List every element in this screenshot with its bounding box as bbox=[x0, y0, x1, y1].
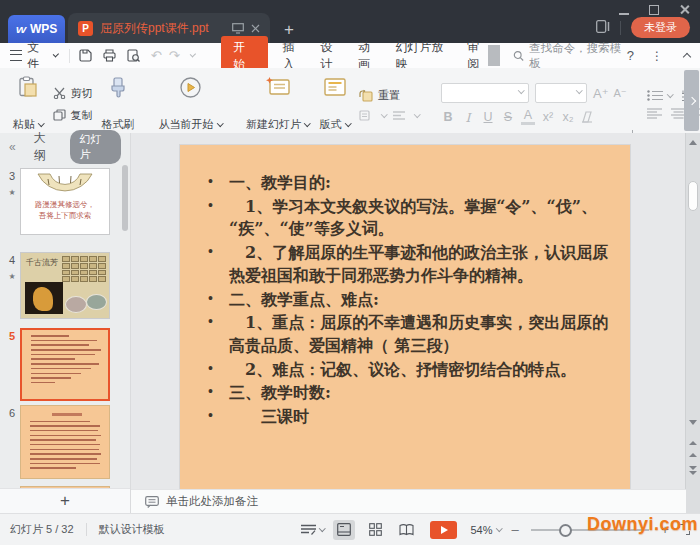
present-screen-icon[interactable] bbox=[232, 23, 244, 34]
slide-sorter-view-button[interactable] bbox=[364, 520, 386, 540]
slide-nav-buttons bbox=[686, 420, 700, 475]
account-area: 未登录 bbox=[596, 17, 690, 38]
panel-header: « 大纲 幻灯片 bbox=[0, 133, 130, 160]
mock-text bbox=[22, 330, 108, 383]
thumb3-caption-line2: 吾将上下而求索 bbox=[21, 210, 109, 221]
slide-thumbnail-4[interactable]: 千古流芳 bbox=[20, 252, 110, 319]
print-preview-icon[interactable] bbox=[127, 49, 140, 62]
slide-bullet-row: •二、教学重点、难点: bbox=[208, 289, 614, 312]
print-icon[interactable] bbox=[103, 49, 116, 62]
thumb3-caption-line1: 路漫漫其修远兮， bbox=[21, 199, 109, 210]
wps-logo-icon: W bbox=[16, 24, 26, 35]
notes-icon bbox=[145, 496, 159, 508]
superscript-button[interactable]: x² bbox=[541, 110, 555, 124]
thumb4-title: 千古流芳 bbox=[26, 257, 58, 268]
subscript-button[interactable]: x₂ bbox=[561, 110, 575, 124]
undo-icon[interactable]: ↶ bbox=[151, 49, 162, 62]
new-tab-button[interactable]: + bbox=[284, 21, 294, 38]
add-slide-button[interactable]: + bbox=[0, 488, 130, 513]
collapse-panel-icon[interactable]: « bbox=[9, 140, 16, 154]
more-icon[interactable]: ⋮ bbox=[651, 49, 663, 63]
slide-edit-area: •一、教学目的: • 1、学习本文夹叙夹议的写法。掌握“令”、“伐”、“疾”、“… bbox=[131, 133, 700, 513]
reading-view-button[interactable] bbox=[395, 520, 417, 540]
divider bbox=[86, 523, 87, 536]
login-button[interactable]: 未登录 bbox=[631, 17, 690, 38]
reset-button[interactable]: 重置 bbox=[359, 88, 419, 103]
tab-outline[interactable]: 大纲 bbox=[34, 130, 57, 164]
font-group: A⁺ A⁻ B I U S A x² x₂ bbox=[437, 72, 631, 136]
font-color-button[interactable]: A bbox=[521, 109, 535, 125]
clear-format-icon[interactable] bbox=[581, 111, 594, 123]
bullet-icon: • bbox=[208, 406, 229, 429]
maximize-icon[interactable] bbox=[649, 5, 659, 15]
notes-bar[interactable]: 单击此处添加备注 bbox=[131, 489, 686, 513]
help-icon[interactable]: ? bbox=[627, 48, 634, 63]
copy-button[interactable]: 复制 bbox=[53, 108, 93, 123]
align-left-icon[interactable] bbox=[647, 108, 662, 119]
collapse-ribbon-icon[interactable] bbox=[683, 53, 691, 61]
play-from-current-button[interactable]: 从当前开始 bbox=[154, 72, 228, 136]
paste-button[interactable]: 粘贴 bbox=[8, 72, 49, 136]
hamburger-icon[interactable] bbox=[10, 50, 22, 61]
mock-text bbox=[21, 406, 109, 469]
chevron-down-icon bbox=[304, 120, 310, 126]
panel-scrollbar-thumb[interactable] bbox=[122, 165, 128, 231]
zoom-slider-handle[interactable] bbox=[559, 524, 572, 537]
oval-photo bbox=[65, 296, 87, 313]
slide-thumbnail-3[interactable]: 路漫漫其修远兮， 吾将上下而求索 bbox=[20, 168, 110, 235]
task-pane-toggle[interactable] bbox=[684, 70, 699, 131]
layout-button[interactable]: 版式 bbox=[315, 72, 356, 136]
menu-right-icons: ? ⋮ bbox=[627, 48, 690, 63]
normal-view-button[interactable] bbox=[333, 520, 355, 540]
slide-number: 5 bbox=[4, 330, 20, 342]
new-slide-button[interactable]: 新建幻灯片 bbox=[241, 72, 315, 136]
close-window-icon[interactable] bbox=[679, 4, 690, 15]
template-name[interactable]: 默认设计模板 bbox=[99, 522, 165, 537]
bold-button[interactable]: B bbox=[441, 110, 455, 124]
chevron-down-icon[interactable] bbox=[190, 51, 196, 57]
clipboard-icon bbox=[18, 76, 39, 98]
font-name-combobox[interactable] bbox=[441, 83, 529, 103]
sidebar-toggle-icon[interactable] bbox=[596, 20, 610, 36]
reset-icon bbox=[359, 89, 373, 102]
thumbnail-row-3: 3 ★ 路漫漫其修远兮， 吾将上下而求索 bbox=[4, 168, 110, 235]
previous-slide-icon[interactable] bbox=[689, 434, 697, 457]
tab-slides[interactable]: 幻灯片 bbox=[70, 130, 121, 164]
bullet-icon: • bbox=[208, 172, 229, 195]
slide-bullet-row: •一、教学目的: bbox=[208, 172, 614, 195]
play-slideshow-button[interactable] bbox=[430, 521, 457, 539]
zoom-level[interactable]: 54% bbox=[470, 524, 501, 536]
watermark: Downyi.com bbox=[587, 514, 698, 535]
animation-star-icon: ★ bbox=[4, 272, 20, 281]
font-size-combobox[interactable] bbox=[535, 83, 587, 103]
slide-thumbnail-6[interactable] bbox=[20, 405, 110, 479]
slide-thumbnail-5-selected[interactable] bbox=[20, 328, 110, 401]
decrease-font-icon[interactable]: A⁻ bbox=[613, 87, 627, 100]
cut-button[interactable]: 剪切 bbox=[53, 86, 93, 101]
slide-number: 3 bbox=[4, 170, 20, 182]
copy-icon bbox=[53, 109, 66, 121]
format-painter-button[interactable]: 格式刷 bbox=[97, 72, 140, 136]
chevron-down-icon bbox=[345, 120, 351, 126]
zoom-out-button[interactable]: – bbox=[510, 522, 520, 537]
redo-icon[interactable]: ↷ bbox=[169, 49, 180, 62]
close-tab-icon[interactable] bbox=[251, 24, 260, 33]
save-icon[interactable] bbox=[79, 49, 92, 62]
scroll-up-icon[interactable] bbox=[689, 140, 697, 145]
next-slide-icon[interactable] bbox=[689, 466, 697, 475]
minimize-icon[interactable] bbox=[619, 5, 629, 15]
bullet-icon: • bbox=[208, 196, 229, 241]
scrollbar-thumb[interactable] bbox=[688, 181, 698, 211]
bullet-list-icon[interactable] bbox=[647, 90, 673, 101]
slide-canvas[interactable]: •一、教学目的: • 1、学习本文夹叙夹议的写法。掌握“令”、“伐”、“疾”、“… bbox=[180, 145, 630, 489]
underline-button[interactable]: U bbox=[481, 110, 495, 124]
strikethrough-button[interactable]: S bbox=[501, 110, 515, 124]
notes-toggle-icon[interactable] bbox=[301, 524, 325, 535]
command-search[interactable]: 查找命令，搜索模板 bbox=[513, 41, 627, 71]
divider bbox=[69, 49, 70, 63]
chevron-down-icon bbox=[381, 111, 387, 117]
vertical-scrollbar[interactable] bbox=[685, 133, 700, 513]
italic-button[interactable]: I bbox=[461, 110, 475, 125]
increase-font-icon[interactable]: A⁺ bbox=[593, 86, 607, 101]
scroll-down-icon[interactable] bbox=[689, 420, 697, 425]
